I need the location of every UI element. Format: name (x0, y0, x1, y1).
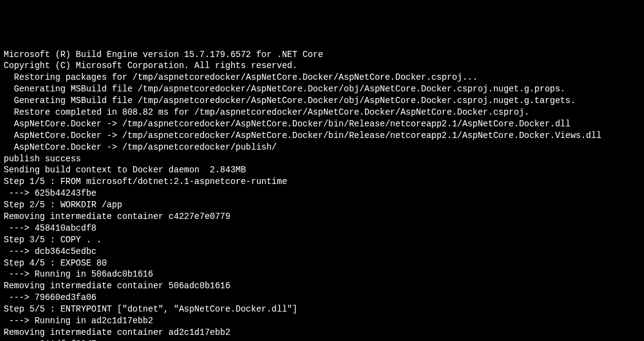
terminal-line: Step 2/5 : WORKDIR /app (4, 199, 640, 211)
terminal-line: publish success (4, 153, 640, 165)
terminal-line: Removing intermediate container ad2c1d17… (4, 327, 640, 339)
terminal-line: Step 4/5 : EXPOSE 80 (4, 258, 640, 269)
terminal-line: Step 1/5 : FROM microsoft/dotnet:2.1-asp… (4, 176, 640, 188)
terminal-line: Restoring packages for /tmp/aspnetcoredo… (4, 72, 640, 83)
terminal-line: Sending build context to Docker daemon 2… (4, 164, 640, 176)
terminal-line: Removing intermediate container 506adc0b… (4, 280, 640, 292)
terminal-output[interactable]: Microsoft (R) Build Engine version 15.7.… (4, 49, 640, 341)
terminal-line: Restore completed in 808.82 ms for /tmp/… (4, 107, 640, 118)
terminal-line: AspNetCore.Docker -> /tmp/aspnetcoredock… (4, 118, 640, 130)
terminal-line: AspNetCore.Docker -> /tmp/aspnetcoredock… (4, 142, 640, 153)
terminal-line: Copyright (C) Microsoft Corporation. All… (4, 60, 640, 72)
terminal-line: ---> 458410abcdf8 (4, 223, 640, 234)
terminal-line: Step 3/5 : COPY . . (4, 234, 640, 246)
terminal-line: ---> 79660ed3fa06 (4, 292, 640, 304)
terminal-line: Generating MSBuild file /tmp/aspnetcored… (4, 95, 640, 107)
terminal-line: Removing intermediate container c4227e7e… (4, 211, 640, 223)
terminal-line: AspNetCore.Docker -> /tmp/aspnetcoredock… (4, 130, 640, 142)
terminal-line: ---> 625b44243fbe (4, 188, 640, 199)
terminal-line: ---> dcb364c5edbc (4, 246, 640, 258)
terminal-line: ---> Running in 506adc0b1616 (4, 269, 640, 280)
terminal-line: Generating MSBuild file /tmp/aspnetcored… (4, 83, 640, 95)
terminal-line: ---> Running in ad2c1d17ebb2 (4, 315, 640, 327)
terminal-line: Step 5/5 : ENTRYPOINT ["dotnet", "AspNet… (4, 304, 640, 315)
terminal-line: Microsoft (R) Build Engine version 15.7.… (4, 49, 640, 61)
terminal-line: ---> e011dfaf39d7 (4, 339, 640, 341)
